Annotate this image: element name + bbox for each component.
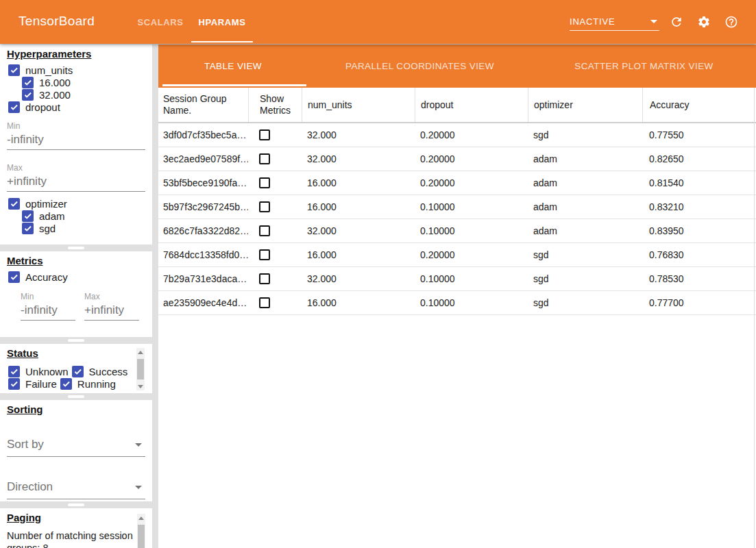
status-scrollbar[interactable] xyxy=(136,348,145,390)
gear-icon xyxy=(697,15,711,29)
dropout-cell: 0.20000 xyxy=(415,129,528,140)
reload-status-value: INACTIVE xyxy=(570,16,615,27)
optimizer-cell: sgd xyxy=(528,129,642,140)
chevron-down-icon xyxy=(650,20,657,23)
hparam-max-field: Max +infinity xyxy=(7,164,145,192)
min-input[interactable]: -infinity xyxy=(7,134,145,150)
checkbox-checked-icon xyxy=(22,77,34,88)
section-resize-handle[interactable] xyxy=(0,245,152,251)
show-metrics-checkbox[interactable] xyxy=(259,153,270,164)
refresh-icon xyxy=(670,15,683,29)
checkbox-label: num_units xyxy=(25,64,73,76)
checkbox-dropout[interactable]: dropout xyxy=(8,101,145,113)
optimizer-cell: adam xyxy=(528,201,642,212)
chevron-down-icon xyxy=(135,486,142,489)
checkbox-success[interactable]: Success xyxy=(72,365,128,377)
show-metrics-checkbox[interactable] xyxy=(259,297,270,308)
show-metrics-checkbox[interactable] xyxy=(259,129,270,140)
max-label: Max xyxy=(7,164,145,173)
scrollbar-thumb[interactable] xyxy=(137,359,144,379)
section-resize-handle[interactable] xyxy=(0,501,152,508)
show-metrics-checkbox[interactable] xyxy=(259,201,270,212)
paging-section: Paging Number of matching session groups… xyxy=(0,508,152,548)
checkbox-checked-icon xyxy=(8,378,20,390)
tab-scalars[interactable]: SCALARS xyxy=(130,0,191,44)
accuracy-cell: 0.81540 xyxy=(642,177,756,188)
show-metrics-checkbox[interactable] xyxy=(259,225,270,236)
min-label: Min xyxy=(7,122,145,131)
sort-by-select[interactable]: Sort by xyxy=(7,438,145,457)
show-metrics-checkbox[interactable] xyxy=(259,249,270,260)
column-header-num-units[interactable]: num_units xyxy=(302,88,415,122)
table-row: 7684dcc13358fd0… 16.000 0.20000 sgd 0.76… xyxy=(158,243,756,267)
num-units-cell: 32.000 xyxy=(302,273,415,284)
accuracy-cell: 0.78530 xyxy=(642,273,756,284)
column-header-show-metrics[interactable]: Show Metrics xyxy=(248,88,302,122)
paging-scrollbar[interactable] xyxy=(137,514,145,548)
hyperparameters-heading: Hyperparameters xyxy=(7,48,145,60)
table-row: 53bf5bece9190fa… 16.000 0.20000 adam 0.8… xyxy=(158,171,756,195)
tab-hparams[interactable]: HPARAMS xyxy=(191,0,253,44)
matching-groups-text: Number of matching session groups: 8 xyxy=(7,530,136,548)
scrollbar-thumb[interactable] xyxy=(138,525,145,548)
scroll-down-icon[interactable] xyxy=(136,382,145,390)
checkbox-label: 32.000 xyxy=(39,89,71,101)
checkbox-label: 16.000 xyxy=(39,77,71,88)
num-units-cell: 32.000 xyxy=(302,153,415,164)
checkbox-label: sgd xyxy=(39,223,56,234)
settings-button[interactable] xyxy=(697,15,711,29)
column-header-session-group-name[interactable]: Session Group Name. xyxy=(158,88,248,122)
tab-table-view[interactable]: TABLE VIEW xyxy=(158,45,308,88)
session-group-name: ae235909ec4e4d… xyxy=(158,297,248,308)
checkbox-running[interactable]: Running xyxy=(60,377,116,390)
checkbox-32[interactable]: 32.000 xyxy=(22,88,145,101)
tab-parallel-coordinates-view[interactable]: PARALLEL COORDINATES VIEW xyxy=(308,45,532,88)
checkbox-optimizer[interactable]: optimizer xyxy=(8,197,145,210)
checkbox-num-units[interactable]: num_units xyxy=(8,64,145,76)
checkbox-label: optimizer xyxy=(25,198,67,210)
column-header-optimizer[interactable]: optimizer xyxy=(528,88,642,122)
column-header-accuracy[interactable]: Accuracy xyxy=(642,88,756,122)
session-group-name: 5b97f3c2967245b… xyxy=(158,201,248,212)
accuracy-cell: 0.83210 xyxy=(642,201,756,212)
show-metrics-checkbox[interactable] xyxy=(259,273,270,284)
help-button[interactable] xyxy=(724,15,738,29)
scroll-up-icon[interactable] xyxy=(137,514,145,522)
checkbox-failure[interactable]: Failure xyxy=(8,377,57,390)
checkbox-adam[interactable]: adam xyxy=(22,210,145,222)
hyperparameters-section: Hyperparameters num_units 16.000 32.000 … xyxy=(0,45,152,245)
accuracy-cell: 0.76830 xyxy=(642,249,756,260)
checkbox-checked-icon xyxy=(22,223,34,234)
refresh-button[interactable] xyxy=(670,15,683,29)
tab-scatter-plot-matrix-view[interactable]: SCATTER PLOT MATRIX VIEW xyxy=(532,45,756,88)
min-input[interactable]: -infinity xyxy=(21,304,75,321)
optimizer-cell: adam xyxy=(528,153,642,164)
column-header-dropout[interactable]: dropout xyxy=(415,88,528,122)
metrics-section: Metrics Accuracy Min -infinity Max +infi… xyxy=(0,251,152,337)
accuracy-cell: 0.77550 xyxy=(642,129,756,140)
direction-select[interactable]: Direction xyxy=(7,480,145,499)
checkbox-accuracy[interactable]: Accuracy xyxy=(8,271,145,283)
metric-max-field: Max +infinity xyxy=(84,292,139,321)
scroll-up-icon[interactable] xyxy=(136,348,145,356)
checkbox-16[interactable]: 16.000 xyxy=(22,76,145,88)
direction-value: Direction xyxy=(7,480,53,494)
show-metrics-checkbox[interactable] xyxy=(259,177,270,188)
checkbox-sgd[interactable]: sgd xyxy=(22,222,145,234)
section-resize-handle[interactable] xyxy=(0,337,152,344)
max-input[interactable]: +infinity xyxy=(7,175,145,192)
metric-min-field: Min -infinity xyxy=(21,292,75,321)
checkbox-label: dropout xyxy=(25,101,60,113)
help-icon xyxy=(724,15,738,29)
num-units-cell: 16.000 xyxy=(302,201,415,212)
checkbox-label: Failure xyxy=(25,378,57,390)
max-input[interactable]: +infinity xyxy=(84,304,139,321)
session-group-name: 7684dcc13358fd0… xyxy=(158,249,248,260)
checkbox-checked-icon xyxy=(8,101,20,113)
reload-status-select[interactable]: INACTIVE xyxy=(570,13,659,31)
section-resize-handle[interactable] xyxy=(0,393,152,400)
app-toolbar: TensorBoard SCALARS HPARAMS INACTIVE xyxy=(0,0,756,44)
hparams-main: TABLE VIEW PARALLEL COORDINATES VIEW SCA… xyxy=(158,45,756,548)
checkbox-unknown[interactable]: Unknown xyxy=(8,365,69,377)
dropout-cell: 0.20000 xyxy=(415,153,528,164)
